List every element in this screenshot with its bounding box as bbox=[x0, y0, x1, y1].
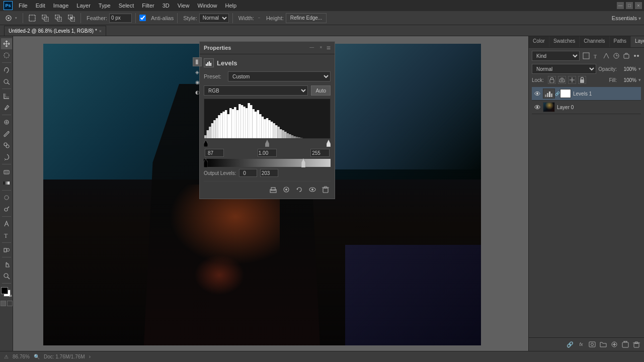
clip-to-layer-btn[interactable] bbox=[268, 185, 278, 195]
delete-adjustment-btn[interactable] bbox=[320, 185, 331, 195]
kind-icon-smart[interactable] bbox=[622, 51, 631, 60]
kind-icon-text[interactable]: T bbox=[592, 51, 601, 60]
panel-menu-btn[interactable]: ≡ bbox=[327, 44, 331, 52]
gradient-tool[interactable] bbox=[1, 177, 12, 189]
black-point-input[interactable] bbox=[205, 149, 224, 157]
style-select[interactable]: Normal bbox=[199, 14, 229, 23]
crop-tool[interactable] bbox=[1, 90, 12, 102]
refine-edge-button[interactable]: Refine Edge... bbox=[286, 13, 327, 23]
brush-tool[interactable] bbox=[1, 128, 12, 139]
black-point-handle[interactable] bbox=[204, 140, 208, 147]
lock-all-btn[interactable] bbox=[578, 76, 586, 84]
add-fx-btn[interactable]: fx bbox=[577, 340, 586, 349]
output-white-handle[interactable] bbox=[301, 158, 305, 167]
new-adjustment-btn[interactable] bbox=[610, 340, 619, 349]
canvas-area[interactable]: Properties — × ≡ ▊ ◈ ◉ ◐ bbox=[13, 36, 528, 351]
output-min-input[interactable] bbox=[239, 169, 257, 177]
document-tab-close[interactable]: × bbox=[99, 29, 102, 34]
pen-tool[interactable] bbox=[1, 218, 12, 229]
layer-visibility-layer0[interactable] bbox=[534, 104, 541, 111]
feather-input[interactable] bbox=[109, 14, 132, 23]
eyedropper-white-btn[interactable]: ◈ bbox=[193, 67, 202, 76]
new-selection-icon[interactable] bbox=[27, 13, 38, 24]
menu-filter[interactable]: Filter bbox=[138, 2, 157, 10]
kind-icon-extra[interactable] bbox=[632, 51, 641, 60]
essentials-dropdown[interactable]: ▾ bbox=[638, 16, 641, 21]
tab-channels[interactable]: Channels bbox=[580, 36, 609, 47]
window-minimize[interactable]: — bbox=[617, 2, 624, 9]
tab-color[interactable]: Color bbox=[529, 36, 549, 47]
opacity-chevron[interactable]: ▾ bbox=[638, 66, 641, 71]
essentials-button[interactable]: Essentials bbox=[612, 15, 637, 21]
blend-select[interactable]: Normal bbox=[532, 64, 596, 74]
kind-icon-path[interactable] bbox=[602, 51, 611, 60]
color-swatches[interactable]: ⇄ bbox=[1, 287, 12, 298]
kind-icon-adjustment[interactable] bbox=[612, 51, 621, 60]
blur-tool[interactable] bbox=[1, 192, 12, 203]
eyedropper-tool[interactable] bbox=[1, 102, 12, 113]
delete-layer-btn[interactable] bbox=[632, 340, 641, 349]
panel-minimize-btn[interactable]: — bbox=[308, 44, 315, 51]
reset-btn[interactable] bbox=[294, 185, 304, 195]
eyedropper-mid-btn[interactable]: ◐ bbox=[193, 87, 202, 97]
menu-edit[interactable]: Edit bbox=[32, 2, 49, 10]
tab-swatches[interactable]: Swatches bbox=[549, 36, 580, 47]
window-close[interactable]: × bbox=[635, 2, 642, 9]
kind-icon-pixel[interactable] bbox=[582, 51, 591, 60]
move-tool[interactable] bbox=[1, 38, 12, 49]
layer-visibility-levels1[interactable] bbox=[534, 90, 541, 97]
auto-button[interactable]: Auto bbox=[311, 85, 331, 96]
preset-select[interactable]: Custom bbox=[228, 71, 331, 81]
menu-layer[interactable]: Layer bbox=[73, 2, 94, 10]
warning-icon[interactable]: ⚠ bbox=[4, 354, 9, 359]
dodge-tool[interactable] bbox=[1, 204, 12, 215]
view-previous-btn[interactable] bbox=[281, 185, 291, 195]
menu-view[interactable]: View bbox=[174, 2, 193, 10]
menu-select[interactable]: Select bbox=[115, 2, 138, 10]
toggle-visibility-btn[interactable] bbox=[307, 185, 317, 195]
histogram-tool-btn[interactable]: ▊ bbox=[193, 57, 202, 66]
link-layers-btn[interactable]: 🔗 bbox=[566, 340, 575, 349]
tab-layers[interactable]: Layers bbox=[631, 36, 644, 47]
menu-window[interactable]: Window bbox=[194, 2, 220, 10]
anti-alias-checkbox[interactable] bbox=[139, 15, 146, 21]
document-tab[interactable]: Untitled-2 @ 86.8% (Levels 1, RGB/8) * × bbox=[4, 26, 106, 36]
add-selection-icon[interactable] bbox=[40, 13, 51, 24]
lasso-tool-icon[interactable] bbox=[3, 13, 14, 24]
quick-select-tool[interactable] bbox=[1, 76, 12, 87]
new-layer-btn[interactable] bbox=[621, 340, 630, 349]
hand-tool[interactable] bbox=[1, 259, 12, 270]
shape-tool[interactable] bbox=[1, 244, 12, 255]
white-point-input[interactable] bbox=[310, 149, 330, 157]
fg-color-swatch[interactable] bbox=[1, 287, 8, 294]
clone-stamp-tool[interactable] bbox=[1, 140, 12, 151]
zoom-status-icon[interactable]: 🔍 bbox=[34, 354, 40, 359]
status-expand-btn[interactable]: › bbox=[89, 354, 91, 359]
new-group-btn[interactable] bbox=[599, 340, 608, 349]
eraser-tool[interactable] bbox=[1, 166, 12, 177]
midtone-input[interactable] bbox=[258, 149, 277, 157]
menu-image[interactable]: Image bbox=[50, 2, 72, 10]
subtract-selection-icon[interactable] bbox=[53, 13, 64, 24]
text-tool[interactable]: T bbox=[1, 230, 12, 241]
window-maximize[interactable]: □ bbox=[626, 2, 633, 9]
menu-help[interactable]: Help bbox=[222, 2, 240, 10]
output-max-input[interactable] bbox=[260, 169, 278, 177]
lasso-tool[interactable] bbox=[1, 64, 12, 75]
fill-chevron[interactable]: ▾ bbox=[638, 77, 641, 82]
healing-brush-tool[interactable] bbox=[1, 117, 12, 128]
layer-item-levels1[interactable]: 🔗 Levels 1 bbox=[532, 87, 641, 101]
menu-type[interactable]: Type bbox=[95, 2, 114, 10]
tab-paths[interactable]: Paths bbox=[610, 36, 631, 47]
menu-3d[interactable]: 3D bbox=[159, 2, 173, 10]
selection-tool[interactable] bbox=[1, 50, 12, 61]
kind-select[interactable]: Kind bbox=[532, 51, 580, 61]
eyedropper-black-btn[interactable]: ◉ bbox=[193, 77, 202, 86]
standard-mode-icon[interactable] bbox=[1, 301, 6, 306]
lock-position-btn[interactable] bbox=[568, 76, 576, 84]
quick-mask-icon[interactable] bbox=[7, 301, 13, 306]
output-black-handle[interactable] bbox=[204, 158, 208, 167]
layer-item-layer0[interactable]: Layer 0 bbox=[532, 101, 641, 114]
add-mask-btn[interactable] bbox=[588, 340, 597, 349]
panel-close-btn[interactable]: × bbox=[317, 44, 325, 51]
